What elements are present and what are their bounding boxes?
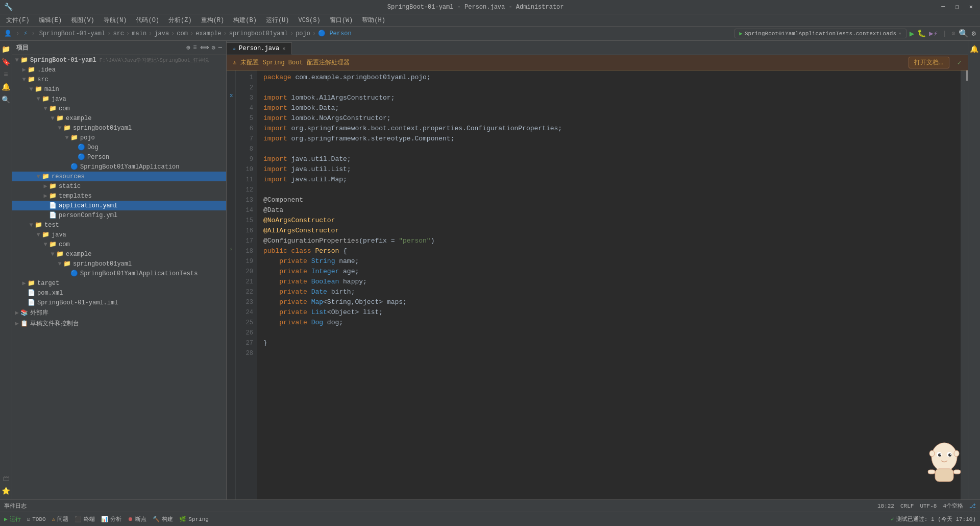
tree-item[interactable]: ▼ 📁 resources xyxy=(12,172,226,181)
run-coverage[interactable]: ▶⚡ xyxy=(929,29,938,38)
code-line-11: import java.util.Map; xyxy=(263,175,961,185)
find-icon[interactable]: 🔍 xyxy=(2,95,10,104)
tab-close-button[interactable]: ✕ xyxy=(282,45,285,52)
tree-item[interactable]: ▶ 📁 target xyxy=(12,278,226,288)
bc-main[interactable]: main xyxy=(132,30,146,37)
tree-item[interactable]: ▼ 📁 example xyxy=(12,249,226,259)
tree-item[interactable]: ▼ 📁 SpringBoot-01-yaml F:\JAVA\Java学习笔记\… xyxy=(12,55,226,65)
menu-navigate[interactable]: 导航(N) xyxy=(100,15,131,26)
tree-item[interactable]: ▶ 🔵 SpringBoot01YamlApplicationTests xyxy=(12,269,226,278)
analysis-button[interactable]: 📊 分析 xyxy=(101,515,121,523)
status-event-log[interactable]: 事件日志 xyxy=(4,502,27,510)
menu-analyze[interactable]: 分析(Z) xyxy=(164,15,196,26)
tree-item[interactable]: ▶ 📄 personConfig.yml xyxy=(12,210,226,220)
close-button[interactable]: ✕ xyxy=(966,2,976,12)
tree-item[interactable]: ▶ 📋 草稿文件和控制台 xyxy=(12,318,226,329)
problems-button[interactable]: ⚠ 问题 xyxy=(52,515,69,523)
bc-example[interactable]: example xyxy=(195,30,221,37)
menu-vcs[interactable]: VCS(S) xyxy=(294,16,324,25)
project-tool-icon[interactable]: 📁 xyxy=(2,45,10,54)
database-icon[interactable]: 🗃 xyxy=(3,474,10,483)
tree-item[interactable]: ▼ 📁 com xyxy=(12,104,226,113)
tree-item[interactable]: ▼ 📁 com xyxy=(12,240,226,249)
run-button[interactable]: ▶ xyxy=(910,29,915,39)
run-config-label: SpringBoot01YamlApplicationTests.context… xyxy=(745,31,896,37)
status-line-ending[interactable]: CRLF xyxy=(900,503,914,509)
code-line-21: private Boolean happy; xyxy=(263,277,961,287)
tree-item[interactable]: ▶ 📁 static xyxy=(12,181,226,191)
tree-item[interactable]: ▼ 📁 test xyxy=(12,220,226,230)
structure-icon[interactable]: ≡ xyxy=(4,70,8,79)
bc-pojo[interactable]: pojo xyxy=(296,30,310,37)
code-editor[interactable]: ⧖ ⚡ xyxy=(227,70,968,499)
favorites-icon[interactable]: ⭐ xyxy=(2,487,10,495)
nav-icon[interactable]: 👤 xyxy=(4,30,12,37)
tree-item[interactable]: ▶ 📁 templates xyxy=(12,191,226,201)
menu-help[interactable]: 帮助(H) xyxy=(358,15,389,26)
nav-avatar-icon[interactable]: ⚡ xyxy=(23,30,27,37)
status-encoding[interactable]: UTF-8 xyxy=(920,503,937,509)
terminal-button[interactable]: ⬛ 终端 xyxy=(75,515,95,523)
menu-build[interactable]: 构建(B) xyxy=(229,15,261,26)
bookmark-icon[interactable]: 🔖 xyxy=(2,58,10,66)
tree-item[interactable]: ▼ 📁 src xyxy=(12,75,226,84)
tree-item[interactable]: ▼ 📁 pojo xyxy=(12,133,226,142)
spring-button[interactable]: 🌿 Spring xyxy=(179,516,209,522)
bc-java[interactable]: java xyxy=(154,30,169,37)
tree-item[interactable]: ▶ 📄 SpringBoot-01-yaml.iml xyxy=(12,298,226,307)
menu-window[interactable]: 窗口(W) xyxy=(326,15,357,26)
tree-item[interactable]: ▼ 📁 example xyxy=(12,113,226,123)
maximize-button[interactable]: ❐ xyxy=(952,2,962,12)
status-indent[interactable]: 4个空格 xyxy=(943,502,963,510)
run-button-bottom[interactable]: ▶ 运行 xyxy=(4,515,21,523)
sidebar-settings-icon[interactable]: ⚙ xyxy=(212,44,215,52)
menu-refactor[interactable]: 重构(R) xyxy=(197,15,229,26)
search-everywhere[interactable]: 🔍 xyxy=(959,29,969,39)
debug-button[interactable]: 🐛 xyxy=(917,29,926,38)
open-docs-button[interactable]: 打开文档... xyxy=(909,57,949,68)
code-line-5: import lombok.NoArgsConstructor; xyxy=(263,113,961,124)
bc-com[interactable]: com xyxy=(177,30,188,37)
tree-item[interactable]: ▶ 📄 application.yaml xyxy=(12,201,226,210)
bc-project[interactable]: SpringBoot-01-yaml xyxy=(39,30,106,37)
tree-item[interactable]: ▶ 🔵 SpringBoot01YamlApplication xyxy=(12,162,226,172)
settings-button[interactable]: ⚙ xyxy=(972,29,976,38)
bc-src[interactable]: src xyxy=(113,30,124,37)
status-line-col[interactable]: 18:22 xyxy=(877,503,894,509)
sidebar-locate-icon[interactable]: ⊕ xyxy=(186,44,190,52)
breakpoints-button[interactable]: ⏺ 断点 xyxy=(128,515,146,523)
menu-code[interactable]: 代码(O) xyxy=(132,15,163,26)
notifications-right-icon[interactable]: 🔔 xyxy=(970,45,978,54)
bc-person[interactable]: 🔵 Person xyxy=(318,30,351,37)
tree-item[interactable]: ▶ 📄 pom.xml xyxy=(12,288,226,298)
run-config-selector[interactable]: ▶ SpringBoot01YamlApplicationTests.conte… xyxy=(734,29,906,38)
code-content[interactable]: package com.example.springboot01yaml.poj… xyxy=(257,70,961,499)
test-class-icon: 🔵 xyxy=(70,270,78,277)
sidebar-sort-icon[interactable]: ⟺ xyxy=(200,44,209,52)
minimize-button[interactable]: — xyxy=(938,2,948,12)
tree-item[interactable]: ▼ 📁 java xyxy=(12,230,226,240)
bc-springboot[interactable]: springboot01yaml xyxy=(229,30,288,37)
menu-run[interactable]: 运行(U) xyxy=(262,15,293,26)
menu-file[interactable]: 文件(F) xyxy=(2,15,34,26)
sidebar-expand-icon[interactable]: ≡ xyxy=(193,44,197,52)
code-line-19: private String name; xyxy=(263,256,961,267)
tree-item[interactable]: ▶ 🔵 Dog xyxy=(12,142,226,152)
tree-item[interactable]: ▶ 📚 外部库 xyxy=(12,307,226,318)
tree-item[interactable]: ▼ 📁 springboot01yaml xyxy=(12,123,226,133)
tab-person-java[interactable]: ☕ Person.java ✕ xyxy=(227,42,292,55)
folder-icon: 📁 xyxy=(63,124,71,132)
tree-item[interactable]: ▼ 📁 springboot01yaml xyxy=(12,259,226,269)
tree-item[interactable]: ▶ 🔵 Person xyxy=(12,152,226,162)
build-button[interactable]: 🔨 构建 xyxy=(153,515,173,523)
right-scrollbar[interactable] xyxy=(961,70,968,499)
todo-button[interactable]: ☑ TODO xyxy=(27,516,46,522)
tree-item[interactable]: ▶ 📁 .idea xyxy=(12,65,226,75)
notification-icon[interactable]: 🔔 xyxy=(2,83,10,91)
menu-edit[interactable]: 编辑(E) xyxy=(35,15,66,26)
menu-view[interactable]: 视图(V) xyxy=(67,15,99,26)
tree-item[interactable]: ▼ 📁 main xyxy=(12,84,226,94)
breakpoints-icon: ⏺ xyxy=(128,516,133,522)
tree-item[interactable]: ▼ 📁 java xyxy=(12,94,226,104)
sidebar-hide-icon[interactable]: — xyxy=(218,44,222,52)
